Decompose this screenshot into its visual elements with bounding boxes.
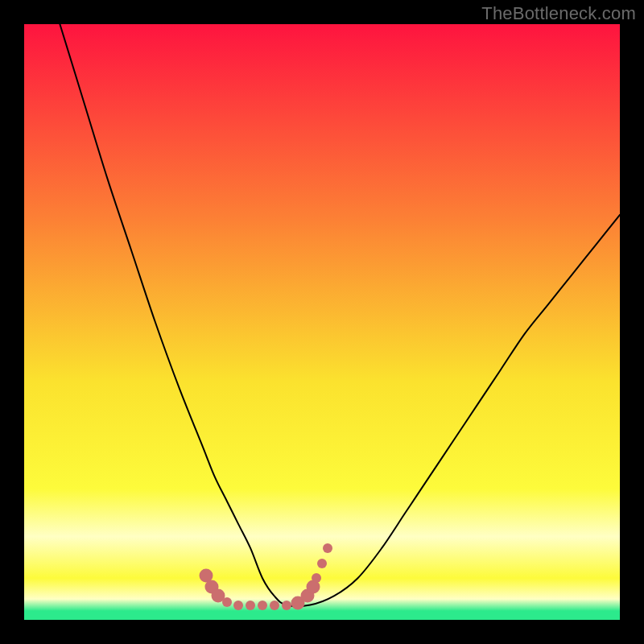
data-marker: [246, 601, 255, 610]
data-marker: [258, 601, 267, 610]
bottleneck-curve: [60, 24, 620, 606]
data-marker: [323, 543, 332, 553]
plot-area: [24, 24, 620, 620]
watermark-text: TheBottleneck.com: [481, 3, 636, 24]
data-marker: [312, 573, 321, 583]
data-marker: [222, 597, 232, 607]
curve-layer: [24, 24, 620, 620]
chart-frame: TheBottleneck.com: [0, 0, 644, 644]
data-marker: [282, 601, 291, 610]
data-marker: [233, 601, 243, 610]
data-marker: [317, 559, 327, 568]
data-marker: [270, 601, 279, 610]
